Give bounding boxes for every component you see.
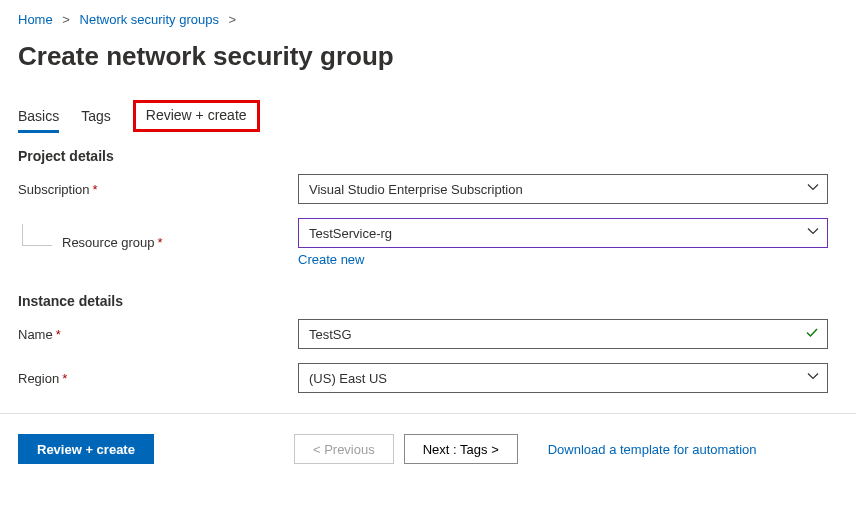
required-indicator: * bbox=[93, 182, 98, 197]
name-label: Name bbox=[18, 327, 53, 342]
download-template-link[interactable]: Download a template for automation bbox=[548, 442, 757, 457]
resource-group-label: Resource group bbox=[62, 235, 155, 250]
subscription-label: Subscription bbox=[18, 182, 90, 197]
required-indicator: * bbox=[158, 235, 163, 250]
breadcrumb: Home > Network security groups > bbox=[18, 10, 838, 27]
footer-bar: Review + create < Previous Next : Tags >… bbox=[0, 413, 856, 484]
chevron-down-icon bbox=[807, 371, 819, 386]
region-value: (US) East US bbox=[309, 371, 387, 386]
next-button[interactable]: Next : Tags > bbox=[404, 434, 518, 464]
tree-connector bbox=[22, 224, 52, 246]
check-icon bbox=[805, 326, 819, 343]
previous-button[interactable]: < Previous bbox=[294, 434, 394, 464]
subscription-value: Visual Studio Enterprise Subscription bbox=[309, 182, 523, 197]
required-indicator: * bbox=[62, 371, 67, 386]
breadcrumb-nsg[interactable]: Network security groups bbox=[80, 12, 219, 27]
name-value: TestSG bbox=[309, 327, 352, 342]
section-project-details: Project details bbox=[18, 148, 838, 164]
create-new-link[interactable]: Create new bbox=[298, 252, 364, 267]
tab-tags[interactable]: Tags bbox=[81, 102, 111, 132]
section-instance-details: Instance details bbox=[18, 293, 838, 309]
tab-basics[interactable]: Basics bbox=[18, 102, 59, 132]
name-input[interactable]: TestSG bbox=[298, 319, 828, 349]
breadcrumb-separator: > bbox=[56, 12, 76, 27]
region-label: Region bbox=[18, 371, 59, 386]
resource-group-select[interactable]: TestService-rg bbox=[298, 218, 828, 248]
review-create-button[interactable]: Review + create bbox=[18, 434, 154, 464]
region-select[interactable]: (US) East US bbox=[298, 363, 828, 393]
breadcrumb-home[interactable]: Home bbox=[18, 12, 53, 27]
tabs: Basics Tags Review + create bbox=[18, 102, 838, 132]
tab-review-create[interactable]: Review + create bbox=[133, 100, 260, 132]
chevron-down-icon bbox=[807, 226, 819, 241]
subscription-select[interactable]: Visual Studio Enterprise Subscription bbox=[298, 174, 828, 204]
chevron-down-icon bbox=[807, 182, 819, 197]
page-title: Create network security group bbox=[18, 41, 838, 72]
required-indicator: * bbox=[56, 327, 61, 342]
resource-group-value: TestService-rg bbox=[309, 226, 392, 241]
breadcrumb-separator: > bbox=[223, 12, 243, 27]
